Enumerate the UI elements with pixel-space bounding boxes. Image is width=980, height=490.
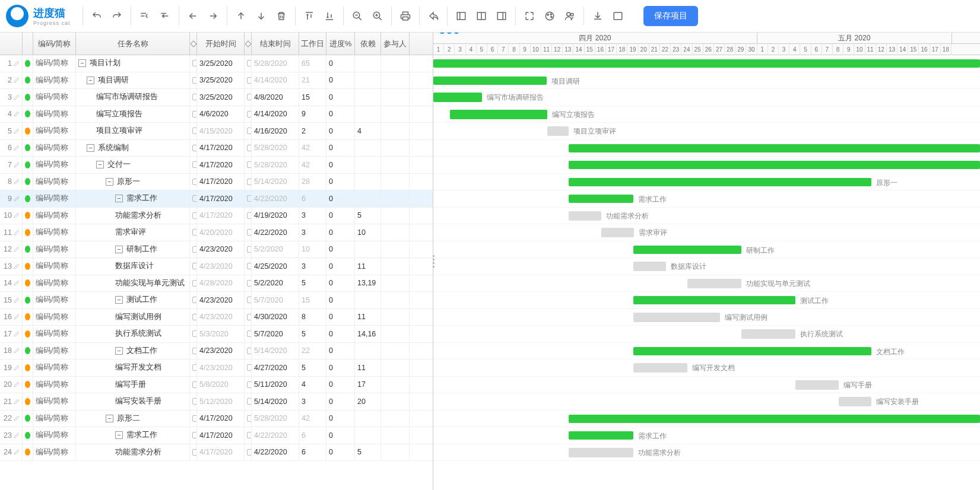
checkbox[interactable] [192,348,197,354]
start-date-cell[interactable]: 3/25/2020 [197,55,245,72]
member-cell[interactable] [381,326,410,342]
code-cell[interactable]: 编码/简称 [33,224,76,241]
progress-cell[interactable]: 0 [326,258,355,275]
member-cell[interactable] [381,359,410,376]
task-name-cell[interactable]: 功能实现与单元测试 [76,275,190,292]
progress-cell[interactable]: 0 [326,444,355,461]
checkbox[interactable] [247,195,252,202]
task-row[interactable]: 24 编码/简称 功能需求分析 4/17/2020 4/22/2020 6 0 … [0,444,433,462]
end-date-cell[interactable]: 5/14/2020 [252,343,299,359]
task-row[interactable]: 20 编码/简称 编写手册 5/8/2020 5/11/2020 4 0 17 [0,377,433,394]
arrow-down-icon[interactable] [255,9,268,23]
depend-cell[interactable]: 5 [355,208,381,224]
member-cell[interactable] [381,123,410,139]
expand-toggle[interactable]: − [115,347,123,355]
gantt-bar[interactable] [433,59,980,68]
workday-cell[interactable]: 3 [299,224,326,241]
workday-cell[interactable]: 5 [299,359,326,376]
expand-toggle[interactable]: − [106,178,113,186]
depend-cell[interactable] [355,427,381,444]
checkbox[interactable] [247,330,252,337]
end-date-cell[interactable]: 5/28/2020 [252,411,299,427]
excel-icon[interactable] [611,9,624,23]
workday-cell[interactable]: 8 [299,309,326,326]
end-date-cell[interactable]: 4/22/2020 [252,427,299,444]
member-cell[interactable] [381,292,410,308]
col-start[interactable]: 开始时间 [197,33,245,55]
progress-cell[interactable]: 0 [326,123,355,139]
zoom-out-icon[interactable] [351,9,364,23]
depend-cell[interactable]: 14,16 [355,326,381,342]
progress-cell[interactable]: 0 [326,174,355,190]
code-cell[interactable]: 编码/简称 [33,275,76,292]
gantt-bar[interactable]: 测试工作 [633,296,795,304]
task-row[interactable]: 12 编码/简称 −研制工作 4/23/2020 5/2/2020 10 0 [0,241,433,259]
member-cell[interactable] [381,157,410,173]
start-date-cell[interactable]: 4/17/2020 [197,140,245,157]
workday-cell[interactable]: 42 [299,411,326,427]
workday-cell[interactable]: 6 [299,427,326,444]
workday-cell[interactable]: 5 [299,326,326,342]
end-date-cell[interactable]: 4/16/2020 [252,123,299,139]
gantt-bar[interactable] [569,144,980,152]
checkbox[interactable] [192,195,197,202]
gantt-bar[interactable]: 编写开发文档 [633,363,687,373]
start-date-cell[interactable]: 5/8/2020 [197,377,245,393]
checkbox[interactable] [247,263,252,269]
checkbox[interactable] [192,432,197,438]
member-cell[interactable] [381,140,410,157]
depend-cell[interactable]: 11 [355,309,381,326]
progress-cell[interactable]: 0 [326,241,355,258]
code-cell[interactable]: 编码/简称 [33,343,76,359]
start-date-cell[interactable]: 4/23/2020 [197,343,245,359]
checkbox[interactable] [247,60,252,66]
member-cell[interactable] [381,241,410,258]
start-date-cell[interactable]: 4/23/2020 [197,241,245,258]
checkbox[interactable] [247,111,252,117]
start-date-cell[interactable]: 4/6/2020 [197,106,245,123]
gantt-bar[interactable]: 编写市场调研报告 [433,93,482,102]
checkbox[interactable] [192,161,197,168]
checkbox[interactable] [247,77,252,84]
workday-cell[interactable]: 10 [299,241,326,258]
checkbox[interactable] [192,145,197,151]
checkbox[interactable] [247,179,252,185]
task-row[interactable]: 5 编码/简称 项目立项审评 4/15/2020 4/16/2020 2 0 4 [0,123,433,140]
depend-cell[interactable]: 11 [355,258,381,275]
col-progress[interactable]: 进度% [326,33,355,55]
task-name-cell[interactable]: −原形一 [76,174,190,190]
checkbox[interactable] [247,415,252,422]
start-date-cell[interactable]: 4/23/2020 [197,359,245,376]
depend-cell[interactable]: 11 [355,359,381,376]
member-cell[interactable] [381,411,410,427]
member-cell[interactable] [381,309,410,326]
gantt-bar[interactable]: 项目立项审评 [547,126,569,136]
gantt-bar[interactable]: 功能实现与单元测试 [687,279,741,288]
checkbox[interactable] [247,364,252,371]
start-date-cell[interactable]: 4/17/2020 [197,157,245,173]
progress-cell[interactable]: 0 [326,224,355,241]
start-date-cell[interactable]: 4/17/2020 [197,190,245,207]
end-date-cell[interactable]: 5/14/2020 [252,393,299,410]
workday-cell[interactable]: 6 [299,444,326,461]
code-cell[interactable]: 编码/简称 [33,393,76,410]
task-row[interactable]: 6 编码/简称 −系统编制 4/17/2020 5/28/2020 42 0 [0,140,433,157]
end-date-cell[interactable]: 5/2/2020 [252,241,299,258]
progress-cell[interactable]: 0 [326,157,355,173]
users-icon[interactable] [563,9,576,23]
depend-cell[interactable]: 10 [355,224,381,241]
checkbox[interactable] [192,449,197,456]
code-cell[interactable]: 编码/简称 [33,359,76,376]
end-date-cell[interactable]: 5/28/2020 [252,140,299,157]
member-cell[interactable] [381,444,410,461]
task-row[interactable]: 3 编码/简称 编写市场调研报告 3/25/2020 4/8/2020 15 0 [0,89,433,106]
gantt-bar[interactable]: 需求工作 [569,431,633,440]
end-date-cell[interactable]: 4/8/2020 [252,89,299,106]
start-date-cell[interactable]: 3/25/2020 [197,89,245,106]
gantt-bar[interactable]: 需求审评 [601,228,634,237]
end-date-cell[interactable]: 5/7/2020 [252,292,299,308]
workday-cell[interactable]: 22 [299,343,326,359]
checkbox[interactable] [247,145,252,151]
checkbox[interactable] [192,246,197,253]
arrow-left-icon[interactable] [186,9,199,23]
